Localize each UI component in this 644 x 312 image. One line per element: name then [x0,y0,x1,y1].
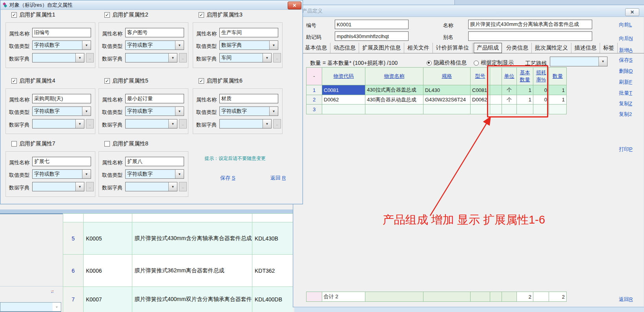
data-dict-dropdown[interactable]: ▼ [32,53,84,62]
value-type-dropdown[interactable]: 字符或数字▼ [125,40,184,50]
value-type-dropdown[interactable]: 字符或数字▼ [125,106,184,116]
data-dict-browse-button[interactable]: .. [273,53,281,62]
save-button[interactable]: 保存 S [220,174,235,182]
side-button-复制2[interactable]: 复制2 [619,111,632,118]
side-button-向前L[interactable]: 向前L [619,21,632,28]
data-dict-dropdown[interactable]: ▼ [125,182,177,191]
value-type-dropdown[interactable]: 字符或数字▼ [125,169,184,179]
bom-cell-r2c3[interactable]: 430离合器从动盘总成 [365,95,423,105]
side-button-向后N[interactable]: 向后N [619,35,633,42]
dialog-close-button[interactable]: ✕ [288,2,301,9]
enable-checkbox-3[interactable]: ✓启用扩展属性3 [199,11,243,18]
bom-cell-r3c2[interactable] [322,105,365,114]
bom-header-物资名称[interactable]: 物资名称 [365,68,423,85]
value-type-dropdown[interactable]: 字符或数字▼ [219,106,278,116]
tab-基本信息[interactable]: 基本信息 [302,43,330,53]
data-dict-browse-button[interactable]: .. [86,182,94,191]
data-dict-browse-button[interactable]: .. [273,119,281,128]
side-button-批量T[interactable]: 批量T [619,90,632,97]
bom-cell-r2c10[interactable]: 1 [549,95,567,105]
bg-table-cell-r7c2[interactable]: K0007 [84,287,132,312]
bg-table-cell-r6c3[interactable]: 膜片弹簧推式362mm离合器套件总成 [132,255,252,287]
tab-相关文件[interactable]: 相关文件 [404,43,433,53]
side-button-新增A[interactable]: 新增A [619,47,633,54]
attr-name-input[interactable]: 材质 [219,94,278,103]
value-type-dropdown[interactable]: 字符或数字▼ [32,106,91,116]
data-dict-browse-button[interactable]: .. [86,119,94,128]
back-button[interactable]: 返回 R [270,174,286,182]
enable-checkbox-1[interactable]: ✓启用扩展属性1 [11,11,55,18]
bg-table-cell-r5c2[interactable]: K0005 [84,222,132,255]
bom-cell-r2c1[interactable]: 2 [306,95,322,105]
swap-arrows-icon[interactable]: →← [50,289,55,293]
attr-name-input[interactable]: 生产车间 [219,28,278,37]
bom-cell-r1c1[interactable]: 1 [306,85,322,95]
enable-checkbox-5[interactable]: ✓启用扩展属性5 [104,77,148,84]
bom-cell-r2c4[interactable]: G430W232S6T24 [423,95,471,105]
bom-cell-r3c4[interactable] [423,105,471,114]
attr-name-input[interactable]: 客户图号 [125,28,184,37]
tab-标签[interactable]: 标签 [600,43,618,53]
enable-checkbox-6[interactable]: ✓启用扩展属性6 [199,77,243,84]
mingcheng-input[interactable]: 膜片弹簧拉式430mm含分离轴承离合器套件总成 [468,20,592,29]
tab-批次属性定义[interactable]: 批次属性定义 [532,43,571,53]
bom-cell-r1c2[interactable]: C0081 [322,85,365,95]
data-dict-dropdown[interactable]: ▼ [125,53,177,62]
attr-name-input[interactable]: 扩展八 [125,157,184,166]
side-button-打印P[interactable]: 打印P [619,146,633,153]
value-type-dropdown[interactable]: 字符或数字▼ [32,169,91,179]
bg-table-cell-r7c4[interactable]: KDL400DB [252,287,293,312]
product-window-close-button[interactable]: ✕ [625,8,639,16]
side-button-刷新F[interactable]: 刷新F [619,79,632,86]
attr-name-input[interactable]: 最小起订量 [125,94,184,103]
attr-name-input[interactable]: 旧编号 [32,28,91,37]
tab-计价折算单位[interactable]: 计价折算单位 [433,43,473,53]
side-button-复制Z[interactable]: 复制Z [619,100,632,107]
tab-描述信息[interactable]: 描述信息 [571,43,600,53]
data-dict-dropdown[interactable]: ▼ [125,119,177,128]
enable-checkbox-8[interactable]: 启用扩展属性8 [104,140,148,147]
bg-table-cell-r6c2[interactable]: K0006 [84,255,132,287]
data-dict-browse-button[interactable]: .. [179,182,187,191]
attr-name-input[interactable]: 扩展七 [32,157,91,166]
bom-cell-r2c2[interactable]: D0062 [322,95,365,105]
bianhao-input[interactable]: K0001 [335,20,409,29]
radio-hide-price[interactable]: 隐藏价格信息 [427,59,467,66]
bieming-input[interactable] [468,31,592,41]
enable-checkbox-4[interactable]: ✓启用扩展属性4 [11,77,55,84]
bom-header-index[interactable]: - [306,68,322,85]
side-button-删除D[interactable]: 删除D [619,68,633,75]
bg-table-cell-r6c4[interactable]: KDT362 [252,255,293,287]
zhujima-input[interactable]: mpdhls430mmhflzclhqt [335,31,409,41]
tab-产品组成[interactable]: 产品组成 [474,43,502,53]
data-dict-dropdown[interactable]: ▼ [32,182,84,191]
value-type-dropdown[interactable]: 数据字典▼ [219,40,278,50]
return-button[interactable]: 返回R [619,296,633,303]
bg-table-cell-r7c3[interactable]: 膜片弹簧拉式400mm双片含分离轴承离合器套件总成 [132,287,252,312]
data-dict-browse-button[interactable]: .. [179,119,187,128]
tab-扩展及图片信息[interactable]: 扩展及图片信息 [359,43,404,53]
value-type-dropdown[interactable]: 字符或数字▼ [32,40,91,50]
bom-header-规格[interactable]: 规格 [423,68,471,85]
enable-checkbox-7[interactable]: 启用扩展属性7 [11,140,55,147]
bom-cell-r3c3[interactable] [365,105,423,114]
tab-分类信息[interactable]: 分类信息 [503,43,532,53]
bom-cell-r3c1[interactable]: 3 [306,105,322,114]
data-dict-dropdown[interactable]: ▼ [219,119,272,128]
data-dict-dropdown[interactable]: 车间▼ [219,53,272,62]
bg-table-cell-r5c1[interactable]: 5 [63,222,84,255]
bg-table-cell-r5c3[interactable]: 膜片弹簧拉式430mm含分离轴承离合器套件总成 [132,222,252,255]
data-dict-browse-button[interactable]: .. [179,53,187,62]
bg-table-cell-r6c1[interactable]: 6 [63,255,84,287]
bom-cell-r1c3[interactable]: 430拉式离合器盖总成 [365,85,423,95]
tab-动态信息[interactable]: 动态信息 [330,43,359,53]
filter-dropdown-1[interactable]: ˅ [0,302,61,312]
route-dropdown[interactable]: ▼ [550,57,608,66]
data-dict-dropdown[interactable]: ▼ [32,119,84,128]
bom-header-数量[interactable]: 数量 [549,68,567,85]
bom-cell-r1c4[interactable]: DL430 [423,85,471,95]
bg-table-cell-r7c1[interactable]: 7 [63,287,84,312]
bom-cell-r1c10[interactable]: 1 [549,85,567,95]
bom-header-物资代码[interactable]: 物资代码 [322,68,365,85]
enable-checkbox-2[interactable]: ✓启用扩展属性2 [104,11,148,18]
